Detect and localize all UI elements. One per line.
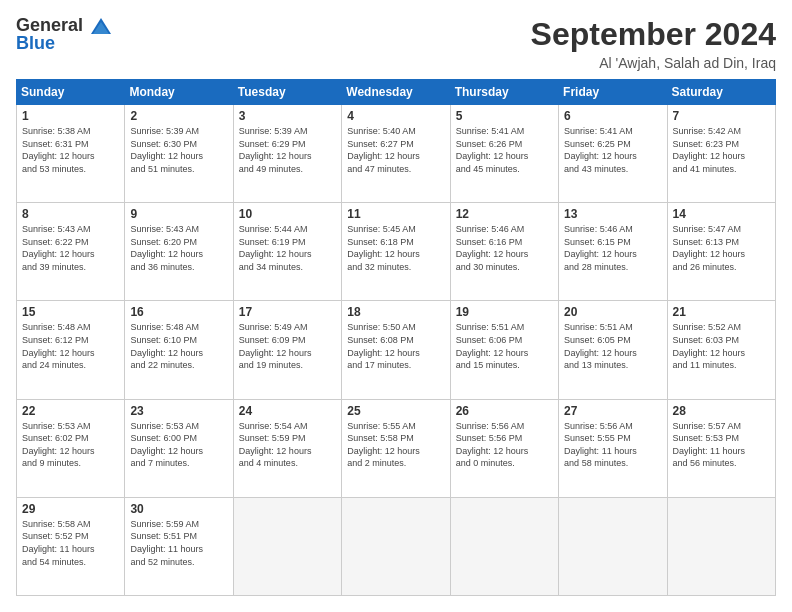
logo: General Blue [16,16,83,52]
day-number: 12 [456,207,553,221]
calendar-cell [233,497,341,595]
day-details: Sunrise: 5:45 AM Sunset: 6:18 PM Dayligh… [347,223,444,273]
day-details: Sunrise: 5:41 AM Sunset: 6:25 PM Dayligh… [564,125,661,175]
day-number: 15 [22,305,119,319]
calendar-cell: 2Sunrise: 5:39 AM Sunset: 6:30 PM Daylig… [125,105,233,203]
day-details: Sunrise: 5:52 AM Sunset: 6:03 PM Dayligh… [673,321,770,371]
day-number: 27 [564,404,661,418]
day-number: 7 [673,109,770,123]
day-number: 30 [130,502,227,516]
calendar-cell: 1Sunrise: 5:38 AM Sunset: 6:31 PM Daylig… [17,105,125,203]
calendar-cell: 23Sunrise: 5:53 AM Sunset: 6:00 PM Dayli… [125,399,233,497]
title-area: September 2024 Al 'Awjah, Salah ad Din, … [531,16,776,71]
day-details: Sunrise: 5:56 AM Sunset: 5:56 PM Dayligh… [456,420,553,470]
day-details: Sunrise: 5:54 AM Sunset: 5:59 PM Dayligh… [239,420,336,470]
day-details: Sunrise: 5:56 AM Sunset: 5:55 PM Dayligh… [564,420,661,470]
day-details: Sunrise: 5:51 AM Sunset: 6:06 PM Dayligh… [456,321,553,371]
calendar-cell: 30Sunrise: 5:59 AM Sunset: 5:51 PM Dayli… [125,497,233,595]
calendar-cell: 14Sunrise: 5:47 AM Sunset: 6:13 PM Dayli… [667,203,775,301]
day-number: 23 [130,404,227,418]
day-number: 28 [673,404,770,418]
day-details: Sunrise: 5:43 AM Sunset: 6:20 PM Dayligh… [130,223,227,273]
day-details: Sunrise: 5:59 AM Sunset: 5:51 PM Dayligh… [130,518,227,568]
day-details: Sunrise: 5:43 AM Sunset: 6:22 PM Dayligh… [22,223,119,273]
col-tuesday: Tuesday [233,80,341,105]
day-number: 14 [673,207,770,221]
calendar-cell: 17Sunrise: 5:49 AM Sunset: 6:09 PM Dayli… [233,301,341,399]
day-details: Sunrise: 5:50 AM Sunset: 6:08 PM Dayligh… [347,321,444,371]
week-row-1: 1Sunrise: 5:38 AM Sunset: 6:31 PM Daylig… [17,105,776,203]
day-details: Sunrise: 5:48 AM Sunset: 6:12 PM Dayligh… [22,321,119,371]
day-details: Sunrise: 5:55 AM Sunset: 5:58 PM Dayligh… [347,420,444,470]
calendar-cell: 21Sunrise: 5:52 AM Sunset: 6:03 PM Dayli… [667,301,775,399]
day-details: Sunrise: 5:40 AM Sunset: 6:27 PM Dayligh… [347,125,444,175]
day-number: 16 [130,305,227,319]
calendar-cell: 16Sunrise: 5:48 AM Sunset: 6:10 PM Dayli… [125,301,233,399]
calendar-cell: 5Sunrise: 5:41 AM Sunset: 6:26 PM Daylig… [450,105,558,203]
month-title: September 2024 [531,16,776,53]
calendar-cell: 29Sunrise: 5:58 AM Sunset: 5:52 PM Dayli… [17,497,125,595]
calendar-cell: 7Sunrise: 5:42 AM Sunset: 6:23 PM Daylig… [667,105,775,203]
day-number: 1 [22,109,119,123]
calendar-cell: 22Sunrise: 5:53 AM Sunset: 6:02 PM Dayli… [17,399,125,497]
day-details: Sunrise: 5:39 AM Sunset: 6:30 PM Dayligh… [130,125,227,175]
week-row-5: 29Sunrise: 5:58 AM Sunset: 5:52 PM Dayli… [17,497,776,595]
day-number: 3 [239,109,336,123]
calendar-table: Sunday Monday Tuesday Wednesday Thursday… [16,79,776,596]
calendar-cell: 13Sunrise: 5:46 AM Sunset: 6:15 PM Dayli… [559,203,667,301]
day-details: Sunrise: 5:46 AM Sunset: 6:16 PM Dayligh… [456,223,553,273]
day-details: Sunrise: 5:44 AM Sunset: 6:19 PM Dayligh… [239,223,336,273]
calendar-cell: 25Sunrise: 5:55 AM Sunset: 5:58 PM Dayli… [342,399,450,497]
day-details: Sunrise: 5:42 AM Sunset: 6:23 PM Dayligh… [673,125,770,175]
day-details: Sunrise: 5:38 AM Sunset: 6:31 PM Dayligh… [22,125,119,175]
calendar-cell: 28Sunrise: 5:57 AM Sunset: 5:53 PM Dayli… [667,399,775,497]
calendar-cell [559,497,667,595]
day-details: Sunrise: 5:47 AM Sunset: 6:13 PM Dayligh… [673,223,770,273]
day-number: 8 [22,207,119,221]
day-details: Sunrise: 5:41 AM Sunset: 6:26 PM Dayligh… [456,125,553,175]
page: General Blue September 2024 Al 'Awjah, S… [0,0,792,612]
calendar-cell: 3Sunrise: 5:39 AM Sunset: 6:29 PM Daylig… [233,105,341,203]
logo-general: General [16,16,83,34]
col-thursday: Thursday [450,80,558,105]
day-number: 4 [347,109,444,123]
location: Al 'Awjah, Salah ad Din, Iraq [531,55,776,71]
day-details: Sunrise: 5:57 AM Sunset: 5:53 PM Dayligh… [673,420,770,470]
day-number: 22 [22,404,119,418]
day-details: Sunrise: 5:49 AM Sunset: 6:09 PM Dayligh… [239,321,336,371]
day-number: 13 [564,207,661,221]
calendar-cell: 26Sunrise: 5:56 AM Sunset: 5:56 PM Dayli… [450,399,558,497]
day-number: 2 [130,109,227,123]
day-details: Sunrise: 5:58 AM Sunset: 5:52 PM Dayligh… [22,518,119,568]
header: General Blue September 2024 Al 'Awjah, S… [16,16,776,71]
calendar-cell: 24Sunrise: 5:54 AM Sunset: 5:59 PM Dayli… [233,399,341,497]
calendar-cell: 11Sunrise: 5:45 AM Sunset: 6:18 PM Dayli… [342,203,450,301]
day-details: Sunrise: 5:48 AM Sunset: 6:10 PM Dayligh… [130,321,227,371]
week-row-3: 15Sunrise: 5:48 AM Sunset: 6:12 PM Dayli… [17,301,776,399]
day-number: 25 [347,404,444,418]
day-details: Sunrise: 5:53 AM Sunset: 6:00 PM Dayligh… [130,420,227,470]
week-row-4: 22Sunrise: 5:53 AM Sunset: 6:02 PM Dayli… [17,399,776,497]
col-sunday: Sunday [17,80,125,105]
calendar-cell: 4Sunrise: 5:40 AM Sunset: 6:27 PM Daylig… [342,105,450,203]
day-number: 10 [239,207,336,221]
col-monday: Monday [125,80,233,105]
logo-icon [89,16,113,40]
day-number: 24 [239,404,336,418]
calendar-cell: 12Sunrise: 5:46 AM Sunset: 6:16 PM Dayli… [450,203,558,301]
day-number: 18 [347,305,444,319]
col-friday: Friday [559,80,667,105]
day-number: 20 [564,305,661,319]
calendar-cell: 6Sunrise: 5:41 AM Sunset: 6:25 PM Daylig… [559,105,667,203]
calendar-cell: 18Sunrise: 5:50 AM Sunset: 6:08 PM Dayli… [342,301,450,399]
day-number: 17 [239,305,336,319]
calendar-cell: 20Sunrise: 5:51 AM Sunset: 6:05 PM Dayli… [559,301,667,399]
day-number: 6 [564,109,661,123]
col-wednesday: Wednesday [342,80,450,105]
calendar-cell: 10Sunrise: 5:44 AM Sunset: 6:19 PM Dayli… [233,203,341,301]
day-number: 11 [347,207,444,221]
calendar-cell: 15Sunrise: 5:48 AM Sunset: 6:12 PM Dayli… [17,301,125,399]
day-details: Sunrise: 5:51 AM Sunset: 6:05 PM Dayligh… [564,321,661,371]
week-row-2: 8Sunrise: 5:43 AM Sunset: 6:22 PM Daylig… [17,203,776,301]
day-number: 9 [130,207,227,221]
